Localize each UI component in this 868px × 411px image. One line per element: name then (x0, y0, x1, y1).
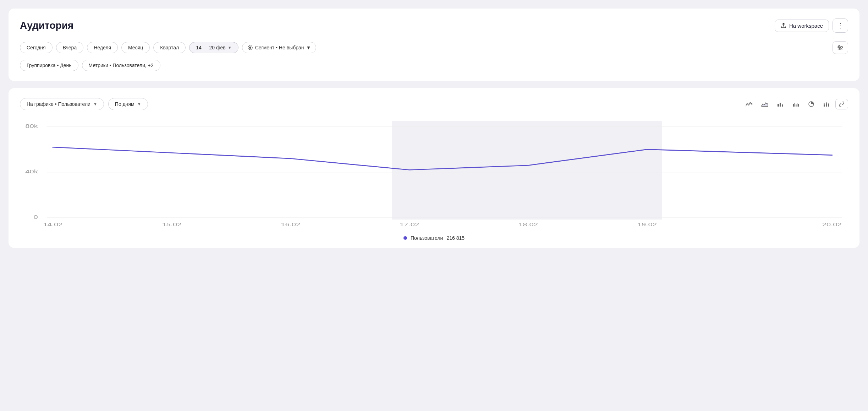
chart-header: На графике • Пользователи ▼ По дням ▼ (20, 98, 848, 110)
grouping-button[interactable]: Группировка • День (20, 60, 78, 71)
svg-text:17.02: 17.02 (400, 222, 419, 227)
svg-rect-20 (826, 102, 827, 103)
bar-chart-button[interactable] (774, 98, 787, 110)
area-chart-button[interactable] (758, 98, 771, 110)
metrics-button[interactable]: Метрики • Пользователи, +2 (82, 60, 160, 71)
stacked-bar-icon (823, 101, 830, 107)
secondary-filters-row: Группировка • День Метрики • Пользовател… (20, 60, 848, 71)
filters-row: Сегодня Вчера Неделя Месяц Квартал 14 — … (20, 41, 848, 54)
chart-card: На графике • Пользователи ▼ По дням ▼ (9, 88, 859, 248)
svg-rect-14 (797, 103, 798, 107)
legend-value: 216 815 (446, 235, 465, 241)
grouped-bar-button[interactable] (789, 98, 803, 110)
svg-point-7 (839, 48, 840, 50)
filter-settings-button[interactable] (833, 41, 848, 54)
filters-card: Аудитория На workspace ⋮ Сегодня Вчера Н… (9, 9, 859, 81)
chevron-down-icon: ▼ (137, 102, 141, 106)
today-button[interactable]: Сегодня (20, 42, 53, 53)
chart-period-dropdown[interactable]: По дням ▼ (108, 98, 148, 110)
svg-text:15.02: 15.02 (162, 222, 181, 227)
chevron-down-icon: ▼ (306, 45, 311, 50)
svg-rect-9 (780, 103, 781, 107)
chevron-down-icon: ▼ (228, 45, 232, 50)
chart-svg: 80k 40k 0 14.02 15.02 16.02 17.02 18.02 … (20, 117, 848, 231)
svg-rect-19 (826, 103, 827, 107)
stacked-bar-button[interactable] (820, 98, 833, 110)
svg-rect-13 (796, 104, 797, 107)
line-wave-icon (746, 101, 753, 107)
svg-rect-12 (794, 103, 795, 107)
svg-rect-26 (392, 121, 662, 220)
sliders-icon (837, 44, 844, 51)
svg-text:80k: 80k (25, 123, 38, 129)
month-button[interactable]: Месяц (121, 42, 150, 53)
svg-rect-15 (798, 104, 799, 107)
svg-text:14.02: 14.02 (43, 222, 63, 227)
more-button[interactable]: ⋮ (833, 18, 848, 33)
quarter-button[interactable]: Квартал (153, 42, 186, 53)
page-title: Аудитория (20, 20, 73, 31)
workspace-button[interactable]: На workspace (775, 20, 829, 32)
grouped-bar-icon (792, 101, 800, 107)
area-chart-icon (761, 101, 768, 107)
svg-text:0: 0 (33, 214, 38, 220)
expand-button[interactable] (835, 99, 848, 109)
svg-text:18.02: 18.02 (518, 222, 538, 227)
chart-metric-dropdown[interactable]: На графике • Пользователи ▼ (20, 98, 104, 110)
header-row: Аудитория На workspace ⋮ (20, 18, 848, 33)
chart-controls-right (742, 98, 848, 110)
svg-rect-8 (778, 104, 779, 107)
svg-rect-21 (828, 104, 829, 107)
line-wave-button[interactable] (742, 98, 756, 110)
svg-rect-11 (793, 104, 794, 107)
expand-icon (839, 101, 845, 107)
yesterday-button[interactable]: Вчера (56, 42, 84, 53)
svg-text:16.02: 16.02 (281, 222, 300, 227)
svg-rect-22 (828, 103, 829, 104)
legend-dot (403, 236, 407, 240)
upload-icon (781, 23, 786, 28)
svg-text:20.02: 20.02 (822, 222, 842, 227)
chevron-down-icon: ▼ (93, 102, 97, 106)
svg-point-5 (839, 45, 840, 47)
svg-text:19.02: 19.02 (637, 222, 657, 227)
svg-rect-17 (824, 104, 825, 107)
chart-area: 80k 40k 0 14.02 15.02 16.02 17.02 18.02 … (20, 117, 848, 231)
svg-text:40k: 40k (25, 169, 38, 174)
chart-controls-left: На графике • Пользователи ▼ По дням ▼ (20, 98, 148, 110)
week-button[interactable]: Неделя (87, 42, 118, 53)
segment-icon (247, 45, 253, 50)
chart-legend: Пользователи 216 815 (20, 235, 848, 241)
date-range-button[interactable]: 14 — 20 фев ▼ (189, 42, 238, 53)
bar-chart-icon (777, 101, 784, 107)
pie-chart-button[interactable] (805, 98, 818, 110)
svg-rect-10 (782, 104, 783, 107)
header-actions: На workspace ⋮ (775, 18, 848, 33)
segment-button[interactable]: Сегмент • Не выбран ▼ (242, 42, 317, 53)
svg-rect-18 (824, 103, 825, 104)
svg-point-1 (249, 47, 251, 49)
legend-label: Пользователи (411, 235, 443, 241)
svg-point-6 (841, 47, 842, 48)
pie-chart-icon (808, 101, 814, 107)
